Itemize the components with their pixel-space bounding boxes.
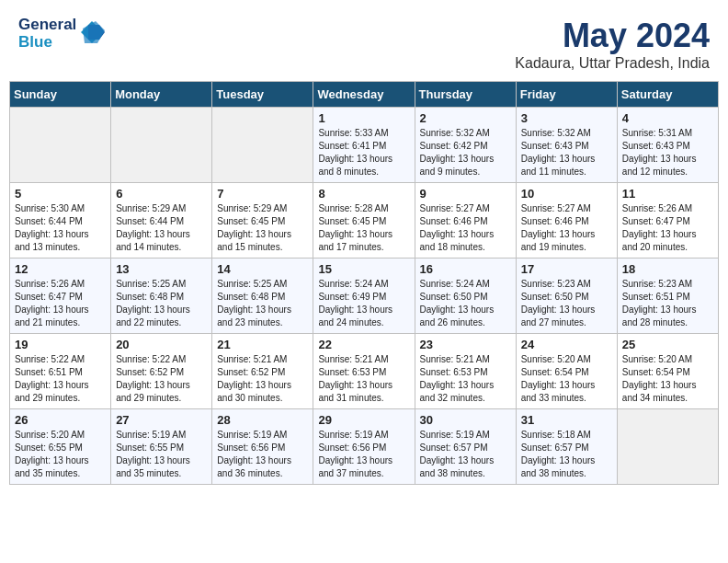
day-info: Sunrise: 5:29 AM Sunset: 6:44 PM Dayligh… <box>116 202 207 254</box>
day-number: 23 <box>420 338 511 351</box>
day-info: Sunrise: 5:30 AM Sunset: 6:44 PM Dayligh… <box>15 202 106 254</box>
calendar-cell: 13Sunrise: 5:25 AM Sunset: 6:48 PM Dayli… <box>111 259 212 334</box>
day-number: 19 <box>15 338 106 351</box>
calendar-cell: 15Sunrise: 5:24 AM Sunset: 6:49 PM Dayli… <box>313 259 415 334</box>
calendar: SundayMondayTuesdayWednesdayThursdayFrid… <box>9 81 719 485</box>
day-info: Sunrise: 5:22 AM Sunset: 6:52 PM Dayligh… <box>116 353 207 405</box>
day-info: Sunrise: 5:32 AM Sunset: 6:42 PM Dayligh… <box>420 127 511 178</box>
day-number: 17 <box>521 262 612 276</box>
day-number: 24 <box>521 338 612 351</box>
day-info: Sunrise: 5:26 AM Sunset: 6:47 PM Dayligh… <box>15 278 106 329</box>
day-info: Sunrise: 5:26 AM Sunset: 6:47 PM Dayligh… <box>622 202 713 254</box>
day-number: 28 <box>217 413 308 427</box>
day-info: Sunrise: 5:21 AM Sunset: 6:53 PM Dayligh… <box>420 353 511 405</box>
weekday-header-sunday: Sunday <box>10 82 111 108</box>
day-info: Sunrise: 5:25 AM Sunset: 6:48 PM Dayligh… <box>217 278 308 329</box>
calendar-cell: 4Sunrise: 5:31 AM Sunset: 6:43 PM Daylig… <box>617 108 718 183</box>
day-number: 31 <box>521 413 612 427</box>
weekday-header-saturday: Saturday <box>617 82 718 108</box>
calendar-cell: 9Sunrise: 5:27 AM Sunset: 6:46 PM Daylig… <box>415 183 516 259</box>
calendar-cell: 27Sunrise: 5:19 AM Sunset: 6:55 PM Dayli… <box>111 409 212 485</box>
day-number: 13 <box>116 262 207 276</box>
day-info: Sunrise: 5:23 AM Sunset: 6:51 PM Dayligh… <box>622 278 713 329</box>
logo-icon <box>79 19 105 45</box>
day-info: Sunrise: 5:18 AM Sunset: 6:57 PM Dayligh… <box>521 429 612 480</box>
day-info: Sunrise: 5:32 AM Sunset: 6:43 PM Dayligh… <box>521 127 612 178</box>
day-number: 20 <box>116 338 207 351</box>
weekday-header-thursday: Thursday <box>415 82 516 108</box>
day-number: 30 <box>420 413 511 427</box>
day-number: 29 <box>318 413 409 427</box>
weekday-header-monday: Monday <box>111 82 212 108</box>
day-number: 16 <box>420 262 511 276</box>
day-number: 7 <box>217 187 308 201</box>
calendar-cell: 8Sunrise: 5:28 AM Sunset: 6:45 PM Daylig… <box>313 183 415 259</box>
day-info: Sunrise: 5:27 AM Sunset: 6:46 PM Dayligh… <box>521 202 612 254</box>
day-number: 26 <box>15 413 106 427</box>
calendar-cell: 12Sunrise: 5:26 AM Sunset: 6:47 PM Dayli… <box>10 259 111 334</box>
main-title: May 2024 <box>515 17 710 55</box>
week-row-5: 26Sunrise: 5:20 AM Sunset: 6:55 PM Dayli… <box>10 409 719 485</box>
day-number: 21 <box>217 338 308 351</box>
weekday-header-tuesday: Tuesday <box>212 82 313 108</box>
logo-line1: General <box>18 17 76 34</box>
day-info: Sunrise: 5:20 AM Sunset: 6:54 PM Dayligh… <box>622 353 713 405</box>
calendar-cell: 22Sunrise: 5:21 AM Sunset: 6:53 PM Dayli… <box>313 334 415 409</box>
day-info: Sunrise: 5:24 AM Sunset: 6:50 PM Dayligh… <box>420 278 511 329</box>
day-info: Sunrise: 5:19 AM Sunset: 6:57 PM Dayligh… <box>420 429 511 480</box>
calendar-cell: 19Sunrise: 5:22 AM Sunset: 6:51 PM Dayli… <box>10 334 111 409</box>
calendar-cell: 5Sunrise: 5:30 AM Sunset: 6:44 PM Daylig… <box>10 183 111 259</box>
day-info: Sunrise: 5:22 AM Sunset: 6:51 PM Dayligh… <box>15 353 106 405</box>
calendar-cell: 30Sunrise: 5:19 AM Sunset: 6:57 PM Dayli… <box>415 409 516 485</box>
week-row-2: 5Sunrise: 5:30 AM Sunset: 6:44 PM Daylig… <box>10 183 719 259</box>
title-section: May 2024 Kadaura, Uttar Pradesh, India <box>515 17 710 72</box>
day-number: 27 <box>116 413 207 427</box>
day-number: 11 <box>622 187 713 201</box>
calendar-cell: 21Sunrise: 5:21 AM Sunset: 6:52 PM Dayli… <box>212 334 313 409</box>
day-info: Sunrise: 5:31 AM Sunset: 6:43 PM Dayligh… <box>622 127 713 178</box>
calendar-cell: 10Sunrise: 5:27 AM Sunset: 6:46 PM Dayli… <box>516 183 617 259</box>
header: General Blue May 2024 Kadaura, Uttar Pra… <box>9 9 719 75</box>
weekday-header-wednesday: Wednesday <box>313 82 415 108</box>
subtitle: Kadaura, Uttar Pradesh, India <box>515 55 710 72</box>
calendar-cell: 29Sunrise: 5:19 AM Sunset: 6:56 PM Dayli… <box>313 409 415 485</box>
calendar-cell: 6Sunrise: 5:29 AM Sunset: 6:44 PM Daylig… <box>111 183 212 259</box>
day-info: Sunrise: 5:21 AM Sunset: 6:52 PM Dayligh… <box>217 353 308 405</box>
calendar-cell: 25Sunrise: 5:20 AM Sunset: 6:54 PM Dayli… <box>617 334 718 409</box>
day-number: 8 <box>318 187 409 201</box>
calendar-cell <box>212 108 313 183</box>
calendar-cell: 18Sunrise: 5:23 AM Sunset: 6:51 PM Dayli… <box>617 259 718 334</box>
day-number: 12 <box>15 262 106 276</box>
calendar-cell: 14Sunrise: 5:25 AM Sunset: 6:48 PM Dayli… <box>212 259 313 334</box>
calendar-cell: 2Sunrise: 5:32 AM Sunset: 6:42 PM Daylig… <box>415 108 516 183</box>
day-number: 6 <box>116 187 207 201</box>
week-row-1: 1Sunrise: 5:33 AM Sunset: 6:41 PM Daylig… <box>10 108 719 183</box>
calendar-cell: 28Sunrise: 5:19 AM Sunset: 6:56 PM Dayli… <box>212 409 313 485</box>
calendar-cell: 17Sunrise: 5:23 AM Sunset: 6:50 PM Dayli… <box>516 259 617 334</box>
calendar-cell <box>111 108 212 183</box>
logo-line2: Blue <box>18 34 76 52</box>
day-info: Sunrise: 5:20 AM Sunset: 6:55 PM Dayligh… <box>15 429 106 480</box>
day-number: 2 <box>420 111 511 125</box>
day-info: Sunrise: 5:19 AM Sunset: 6:56 PM Dayligh… <box>217 429 308 480</box>
calendar-cell: 23Sunrise: 5:21 AM Sunset: 6:53 PM Dayli… <box>415 334 516 409</box>
calendar-cell: 24Sunrise: 5:20 AM Sunset: 6:54 PM Dayli… <box>516 334 617 409</box>
calendar-cell: 16Sunrise: 5:24 AM Sunset: 6:50 PM Dayli… <box>415 259 516 334</box>
day-info: Sunrise: 5:21 AM Sunset: 6:53 PM Dayligh… <box>318 353 409 405</box>
day-info: Sunrise: 5:25 AM Sunset: 6:48 PM Dayligh… <box>116 278 207 329</box>
weekday-header-friday: Friday <box>516 82 617 108</box>
day-number: 3 <box>521 111 612 125</box>
day-info: Sunrise: 5:33 AM Sunset: 6:41 PM Dayligh… <box>318 127 409 178</box>
calendar-cell: 3Sunrise: 5:32 AM Sunset: 6:43 PM Daylig… <box>516 108 617 183</box>
day-number: 25 <box>622 338 713 351</box>
week-row-3: 12Sunrise: 5:26 AM Sunset: 6:47 PM Dayli… <box>10 259 719 334</box>
calendar-cell: 31Sunrise: 5:18 AM Sunset: 6:57 PM Dayli… <box>516 409 617 485</box>
logo: General Blue <box>18 17 105 51</box>
day-number: 14 <box>217 262 308 276</box>
calendar-cell: 1Sunrise: 5:33 AM Sunset: 6:41 PM Daylig… <box>313 108 415 183</box>
calendar-cell <box>617 409 718 485</box>
calendar-cell <box>10 108 111 183</box>
day-number: 5 <box>15 187 106 201</box>
day-number: 1 <box>318 111 409 125</box>
day-number: 4 <box>622 111 713 125</box>
